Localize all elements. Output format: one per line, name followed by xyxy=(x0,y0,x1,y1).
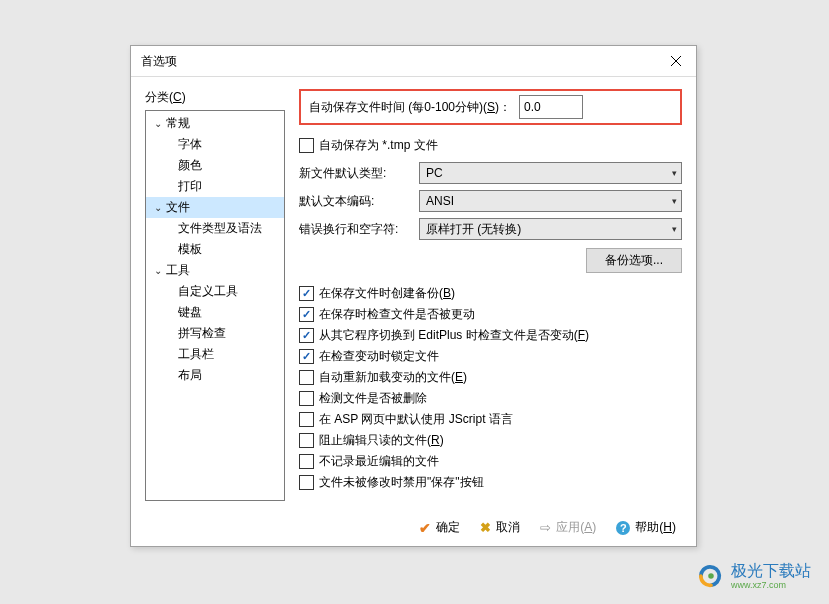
cancel-button[interactable]: ✖ 取消 xyxy=(480,519,520,536)
content-panel: 自动保存文件时间 (每0-100分钟)(S)： 自动保存为 *.tmp 文件 新… xyxy=(299,89,682,501)
checkbox-icon[interactable] xyxy=(299,328,314,343)
autosave-label: 自动保存文件时间 (每0-100分钟)(S)： xyxy=(309,99,511,116)
tree-item[interactable]: 文件类型及语法 xyxy=(146,218,284,239)
tree-item-label: 常规 xyxy=(166,115,190,132)
checkbox-label: 在 ASP 网页中默认使用 JScript 语言 xyxy=(319,411,513,428)
checkbox-label: 阻止编辑只读的文件(R) xyxy=(319,432,444,449)
chevron-down-icon: ▾ xyxy=(672,196,677,206)
checkbox-icon[interactable] xyxy=(299,475,314,490)
new-file-type-row: 新文件默认类型: PC ▾ xyxy=(299,162,682,184)
default-encoding-row: 默认文本编码: ANSI ▾ xyxy=(299,190,682,212)
tree-item-label: 颜色 xyxy=(178,157,202,174)
tree-item[interactable]: 布局 xyxy=(146,365,284,386)
autosave-input[interactable] xyxy=(519,95,583,119)
tree-item-label: 字体 xyxy=(178,136,202,153)
wrap-row: 错误换行和空字符: 原样打开 (无转换) ▾ xyxy=(299,218,682,240)
checkbox-icon[interactable] xyxy=(299,349,314,364)
close-button[interactable] xyxy=(656,46,696,76)
tree-item-label: 布局 xyxy=(178,367,202,384)
tree-item-label: 工具栏 xyxy=(178,346,214,363)
tree-item-label: 模板 xyxy=(178,241,202,258)
tree-item[interactable]: 工具栏 xyxy=(146,344,284,365)
check-icon: ✔ xyxy=(419,520,431,536)
chevron-down-icon[interactable]: ⌄ xyxy=(152,118,164,129)
tree-item[interactable]: 模板 xyxy=(146,239,284,260)
autosave-tmp-label: 自动保存为 *.tmp 文件 xyxy=(319,137,438,154)
x-icon: ✖ xyxy=(480,520,491,535)
checkbox-row[interactable]: 在检查变动时锁定文件 xyxy=(299,346,682,367)
tree-item-label: 文件 xyxy=(166,199,190,216)
wrap-select[interactable]: 原样打开 (无转换) ▾ xyxy=(419,218,682,240)
titlebar: 首选项 xyxy=(131,46,696,77)
checkbox-icon[interactable] xyxy=(299,412,314,427)
tree-item-label: 键盘 xyxy=(178,304,202,321)
sidebar-label: 分类(C) xyxy=(145,89,285,106)
dialog-title: 首选项 xyxy=(141,53,177,70)
wrap-label: 错误换行和空字符: xyxy=(299,221,411,238)
checkbox-label: 在保存时检查文件是否被更动 xyxy=(319,306,475,323)
tree-item[interactable]: 键盘 xyxy=(146,302,284,323)
watermark-sub: www.xz7.com xyxy=(731,580,811,590)
question-icon: ? xyxy=(616,521,630,535)
backup-options-button[interactable]: 备份选项... xyxy=(586,248,682,273)
arrow-icon: ⇨ xyxy=(540,520,551,535)
checkbox-icon[interactable] xyxy=(299,138,314,153)
watermark-logo-icon xyxy=(697,564,725,588)
apply-button[interactable]: ⇨ 应用(A) xyxy=(540,519,596,536)
autosave-highlight: 自动保存文件时间 (每0-100分钟)(S)： xyxy=(299,89,682,125)
checkbox-row[interactable]: 在保存时检查文件是否被更动 xyxy=(299,304,682,325)
default-encoding-label: 默认文本编码: xyxy=(299,193,411,210)
button-bar: ✔ 确定 ✖ 取消 ⇨ 应用(A) ? 帮助(H) xyxy=(131,509,696,546)
backup-row: 备份选项... xyxy=(299,248,682,273)
checkbox-row[interactable]: 在 ASP 网页中默认使用 JScript 语言 xyxy=(299,409,682,430)
help-button[interactable]: ? 帮助(H) xyxy=(616,519,676,536)
checkbox-label: 检测文件是否被删除 xyxy=(319,390,427,407)
chevron-down-icon: ▾ xyxy=(672,224,677,234)
checkbox-row[interactable]: 文件未被修改时禁用"保存"按钮 xyxy=(299,472,682,493)
checkbox-icon[interactable] xyxy=(299,391,314,406)
checkbox-icon[interactable] xyxy=(299,286,314,301)
category-tree[interactable]: ⌄常规字体颜色打印⌄文件文件类型及语法模板⌄工具自定义工具键盘拼写检查工具栏布局 xyxy=(145,110,285,501)
watermark: 极光下载站 www.xz7.com xyxy=(697,561,811,590)
checkbox-label: 从其它程序切换到 EditPlus 时检查文件是否变动(F) xyxy=(319,327,589,344)
checkbox-icon[interactable] xyxy=(299,454,314,469)
svg-point-2 xyxy=(708,573,714,579)
chevron-down-icon: ▾ xyxy=(672,168,677,178)
autosave-tmp-row[interactable]: 自动保存为 *.tmp 文件 xyxy=(299,135,682,156)
checkbox-icon[interactable] xyxy=(299,370,314,385)
checkbox-label: 文件未被修改时禁用"保存"按钮 xyxy=(319,474,484,491)
tree-item-label: 工具 xyxy=(166,262,190,279)
dialog-body: 分类(C) ⌄常规字体颜色打印⌄文件文件类型及语法模板⌄工具自定义工具键盘拼写检… xyxy=(131,77,696,509)
tree-item[interactable]: ⌄工具 xyxy=(146,260,284,281)
chevron-down-icon[interactable]: ⌄ xyxy=(152,265,164,276)
ok-button[interactable]: ✔ 确定 xyxy=(419,519,460,536)
checkbox-label: 不记录最近编辑的文件 xyxy=(319,453,439,470)
checkbox-label: 在保存文件时创建备份(B) xyxy=(319,285,455,302)
chevron-down-icon[interactable]: ⌄ xyxy=(152,202,164,213)
checkbox-icon[interactable] xyxy=(299,307,314,322)
tree-item[interactable]: 字体 xyxy=(146,134,284,155)
checkbox-row[interactable]: 从其它程序切换到 EditPlus 时检查文件是否变动(F) xyxy=(299,325,682,346)
tree-item[interactable]: 拼写检查 xyxy=(146,323,284,344)
checkbox-row[interactable]: 不记录最近编辑的文件 xyxy=(299,451,682,472)
new-file-type-label: 新文件默认类型: xyxy=(299,165,411,182)
tree-item[interactable]: 自定义工具 xyxy=(146,281,284,302)
checkbox-row[interactable]: 在保存文件时创建备份(B) xyxy=(299,283,682,304)
checkbox-row[interactable]: 检测文件是否被删除 xyxy=(299,388,682,409)
checkbox-label: 在检查变动时锁定文件 xyxy=(319,348,439,365)
tree-item-label: 自定义工具 xyxy=(178,283,238,300)
tree-item-label: 打印 xyxy=(178,178,202,195)
checkbox-row[interactable]: 阻止编辑只读的文件(R) xyxy=(299,430,682,451)
tree-item-label: 文件类型及语法 xyxy=(178,220,262,237)
default-encoding-select[interactable]: ANSI ▾ xyxy=(419,190,682,212)
new-file-type-select[interactable]: PC ▾ xyxy=(419,162,682,184)
tree-item[interactable]: ⌄文件 xyxy=(146,197,284,218)
checkbox-icon[interactable] xyxy=(299,433,314,448)
tree-item[interactable]: 颜色 xyxy=(146,155,284,176)
checkbox-row[interactable]: 自动重新加载变动的文件(E) xyxy=(299,367,682,388)
tree-item[interactable]: 打印 xyxy=(146,176,284,197)
tree-item[interactable]: ⌄常规 xyxy=(146,113,284,134)
sidebar: 分类(C) ⌄常规字体颜色打印⌄文件文件类型及语法模板⌄工具自定义工具键盘拼写检… xyxy=(145,89,285,501)
tree-item-label: 拼写检查 xyxy=(178,325,226,342)
watermark-text: 极光下载站 xyxy=(731,562,811,579)
